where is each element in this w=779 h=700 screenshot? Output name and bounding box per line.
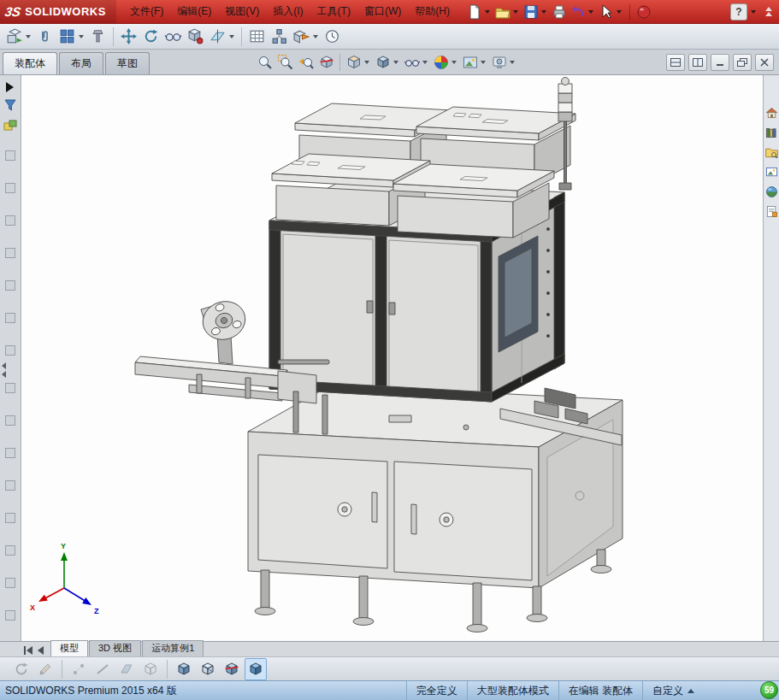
previous-view-button[interactable] xyxy=(296,52,316,73)
graphics-area[interactable]: Y X Z xyxy=(21,75,763,641)
motion-study-clock-icon xyxy=(323,27,341,45)
menu-insert[interactable]: 插入(I) xyxy=(266,1,310,22)
tab-scroll-first-button[interactable] xyxy=(24,646,32,655)
filter-bodies-button[interactable] xyxy=(139,658,162,680)
rotate-component-button[interactable] xyxy=(140,26,162,47)
select-button[interactable] xyxy=(597,3,616,21)
edit-appearance-button[interactable] xyxy=(431,52,451,73)
tab-3d-views[interactable]: 3D 视图 xyxy=(89,640,141,656)
filter-funnel-icon xyxy=(3,97,18,113)
filter-edges-button[interactable] xyxy=(91,658,114,680)
close-button[interactable] xyxy=(755,54,774,71)
instant-3d-dropdown[interactable] xyxy=(313,35,318,38)
print-button[interactable] xyxy=(550,3,569,21)
help-dropdown[interactable] xyxy=(751,10,756,14)
restore-button[interactable] xyxy=(733,54,752,71)
section-view-button[interactable] xyxy=(316,52,336,73)
zoom-to-area-button[interactable] xyxy=(275,52,295,73)
favorites-button[interactable] xyxy=(3,118,18,133)
linear-component-pattern-button[interactable] xyxy=(56,26,78,47)
hidden-lines-visible-button[interactable] xyxy=(197,658,219,680)
collapse-menu-icon[interactable] xyxy=(765,7,772,16)
tab-assembly[interactable]: 装配体 xyxy=(3,52,57,74)
display-style-dropdown[interactable] xyxy=(393,61,398,64)
new-document-button[interactable] xyxy=(465,3,484,21)
tree-node-box xyxy=(5,448,15,458)
tab-layout[interactable]: 布局 xyxy=(59,52,103,74)
new-motion-study-button[interactable] xyxy=(322,26,343,47)
assembly-features-button[interactable] xyxy=(185,26,206,47)
view-orientation-dropdown[interactable] xyxy=(364,61,369,64)
undo-button[interactable] xyxy=(569,3,587,21)
edit-appearance-dropdown[interactable] xyxy=(451,61,457,64)
large-assembly-mode-button[interactable] xyxy=(245,658,267,680)
top-machine-units-component[interactable] xyxy=(272,103,575,238)
help-button[interactable]: ? xyxy=(730,3,747,21)
insert-components-dropdown[interactable] xyxy=(26,35,31,38)
display-style-button[interactable] xyxy=(373,52,392,73)
filter-vertices-button[interactable] xyxy=(68,658,90,680)
zoom-to-fit-button[interactable] xyxy=(255,52,274,73)
rebuild-button[interactable] xyxy=(634,3,653,21)
screen-refresh-button[interactable] xyxy=(10,658,32,680)
design-library-button[interactable] xyxy=(764,126,779,140)
new-document-dropdown[interactable] xyxy=(485,10,490,14)
panel-splitter[interactable] xyxy=(2,362,6,378)
open-dropdown[interactable] xyxy=(513,10,518,14)
move-component-button[interactable] xyxy=(118,26,139,47)
edit-part-button[interactable] xyxy=(34,658,56,680)
tile-vertical-button[interactable] xyxy=(688,54,707,71)
custom-properties-button[interactable] xyxy=(764,204,779,219)
status-large-assembly-mode[interactable]: 大型装配体模式 xyxy=(467,681,558,700)
triad-x-label: X xyxy=(30,603,35,612)
tab-motion-study-1[interactable]: 运动算例1 xyxy=(142,640,204,656)
view-orientation-button[interactable] xyxy=(344,52,363,73)
view-palette-icon xyxy=(764,165,779,179)
filter-faces-button[interactable] xyxy=(115,658,138,680)
undo-dropdown[interactable] xyxy=(588,10,593,14)
notification-badge[interactable]: 59 xyxy=(760,681,778,699)
tab-scroll-left-button[interactable] xyxy=(38,646,44,655)
hide-show-items-button[interactable] xyxy=(402,52,422,73)
select-dropdown[interactable] xyxy=(617,10,622,14)
apply-scene-dropdown[interactable] xyxy=(481,61,486,64)
menu-file[interactable]: 文件(F) xyxy=(123,1,170,22)
3d-assembly-model[interactable]: Y X Z xyxy=(21,75,763,641)
exploded-view-button[interactable] xyxy=(269,26,290,47)
view-settings-dropdown[interactable] xyxy=(510,61,515,64)
smart-fasteners-button[interactable] xyxy=(87,26,109,47)
save-button[interactable] xyxy=(522,3,540,21)
show-hidden-components-button[interactable] xyxy=(162,26,184,47)
open-button[interactable] xyxy=(493,3,512,21)
pattern-dropdown[interactable] xyxy=(79,35,84,38)
hide-show-dropdown[interactable] xyxy=(422,61,428,64)
menu-view[interactable]: 视图(V) xyxy=(218,1,266,22)
status-custom[interactable]: 自定义 xyxy=(642,681,704,700)
shaded-with-edges-button[interactable] xyxy=(173,658,195,680)
save-dropdown[interactable] xyxy=(541,10,546,14)
menu-window[interactable]: 窗口(W) xyxy=(357,1,408,22)
appearances-scenes-button[interactable] xyxy=(764,185,779,199)
menu-tools[interactable]: 工具(T) xyxy=(310,1,357,22)
apply-scene-button[interactable] xyxy=(460,52,480,73)
base-cabinet-component[interactable] xyxy=(248,385,623,588)
insert-components-button[interactable] xyxy=(3,26,25,47)
flyout-expand-icon[interactable] xyxy=(6,82,14,92)
reference-geometry-button[interactable] xyxy=(207,26,228,47)
bill-of-materials-button[interactable] xyxy=(246,26,268,47)
minimize-button[interactable] xyxy=(711,54,729,71)
view-palette-button[interactable] xyxy=(764,165,779,179)
tile-horizontal-button[interactable] xyxy=(666,54,685,71)
instant-3d-button[interactable] xyxy=(291,26,312,47)
view-settings-button[interactable] xyxy=(489,52,509,73)
tab-model[interactable]: 模型 xyxy=(50,640,88,656)
solidworks-resources-button[interactable] xyxy=(764,106,779,121)
menu-help[interactable]: 帮助(H) xyxy=(408,1,457,22)
mate-button[interactable] xyxy=(34,26,56,47)
tab-sketch[interactable]: 草图 xyxy=(105,52,150,74)
reference-geometry-dropdown[interactable] xyxy=(229,35,234,38)
file-explorer-button[interactable] xyxy=(764,145,779,160)
menu-edit[interactable]: 编辑(E) xyxy=(170,1,218,22)
selection-filter-button[interactable] xyxy=(3,97,18,113)
section-cube-button[interactable] xyxy=(221,658,243,680)
